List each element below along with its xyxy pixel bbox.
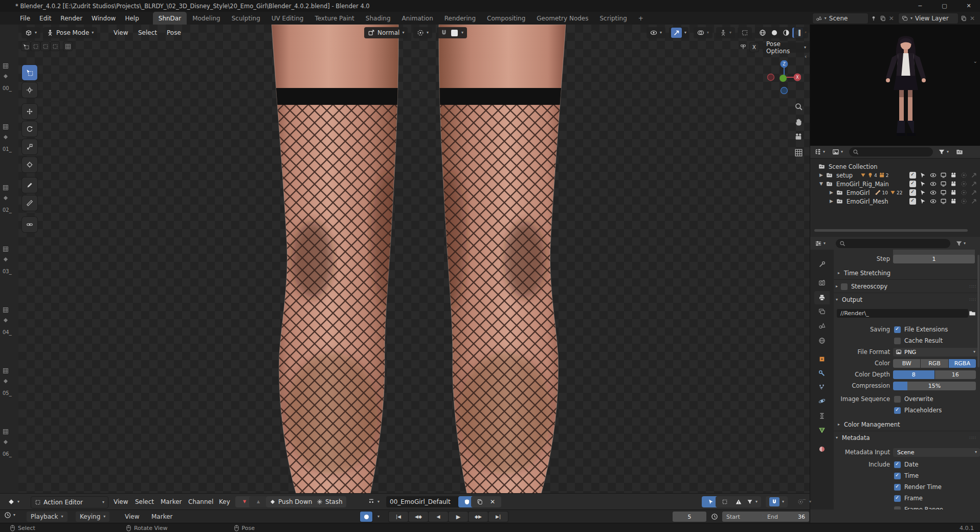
- viewport-disable-icon[interactable]: [940, 189, 947, 196]
- scene-selector[interactable]: ▾ Scene: [812, 13, 868, 24]
- view-layer-selector[interactable]: ▾ View Layer: [898, 13, 959, 24]
- indirect-only-icon[interactable]: [971, 172, 977, 179]
- outliner-row-emogirl[interactable]: ▶ EmoGirl 10 22: [810, 188, 980, 197]
- tab-particles[interactable]: [814, 381, 830, 394]
- render-disable-icon[interactable]: [950, 181, 957, 187]
- stereoscopy-panel-header[interactable]: ▸ Stereoscopy ∷∷: [834, 281, 980, 292]
- transform-orientation-selector[interactable]: Normal ▾: [364, 27, 408, 38]
- tool-measure[interactable]: [22, 195, 37, 211]
- editor-type-icon[interactable]: [3, 73, 9, 79]
- jump-to-end-button[interactable]: ▶|: [488, 512, 508, 522]
- close-button[interactable]: ✕: [957, 0, 980, 12]
- editor-type-icon[interactable]: [3, 124, 9, 130]
- xray-toggle-group[interactable]: ▾: [716, 27, 735, 38]
- current-frame-field[interactable]: 5: [673, 512, 706, 522]
- filter-dropdown[interactable]: ▾: [743, 496, 761, 507]
- mode-selector[interactable]: Pose Mode ▾: [43, 27, 97, 38]
- select-extend-icon[interactable]: [33, 43, 39, 50]
- indirect-only-icon[interactable]: [971, 189, 977, 196]
- tab-physics[interactable]: [814, 394, 830, 408]
- render-disable-icon[interactable]: [950, 189, 957, 196]
- outliner-row-emogirl-rig-main[interactable]: ▼ EmoGirl_Rig_Main: [810, 180, 980, 188]
- prev-keyframe-button[interactable]: ◀◆: [409, 512, 428, 522]
- new-scene-icon[interactable]: [880, 15, 886, 21]
- workspace-tab-shndar[interactable]: ShnDar: [153, 12, 187, 25]
- drag-dots-icon[interactable]: ∷∷: [970, 297, 976, 302]
- depth-8-button[interactable]: 8: [893, 370, 934, 379]
- collection-label[interactable]: EmoGirl_Mesh: [847, 198, 888, 205]
- workspace-tab-texture-paint[interactable]: Texture Paint: [309, 12, 360, 25]
- titlebar[interactable]: * Blender_4.0.2 [E:\Zudrit Studios\Proje…: [0, 0, 980, 12]
- gizmos-icon[interactable]: [673, 29, 680, 36]
- tool-transform[interactable]: [22, 157, 37, 172]
- sidebar-collapse-arrow-icon[interactable]: ‹: [805, 53, 807, 60]
- selectable-cursor-icon[interactable]: [920, 198, 926, 205]
- display-mode-icon[interactable]: [832, 148, 839, 156]
- editor-type-icon[interactable]: [3, 256, 9, 262]
- outliner-editor-icon[interactable]: [814, 148, 821, 156]
- grid-ortho-icon[interactable]: [794, 148, 804, 158]
- time-stretching-panel-header[interactable]: ▸ Time Stretching: [834, 268, 980, 278]
- menu-file[interactable]: File: [15, 12, 35, 25]
- hide-eye-icon[interactable]: [930, 172, 937, 179]
- render-time-checkbox[interactable]: [894, 484, 901, 491]
- jump-to-start-button[interactable]: |◀: [389, 512, 408, 522]
- expand-icon[interactable]: ▶: [819, 173, 823, 178]
- metadata-panel-header[interactable]: ▾ Metadata ∷∷: [834, 433, 980, 443]
- push-down-button[interactable]: Push Down: [266, 496, 316, 507]
- viewport-menu-view[interactable]: View: [109, 27, 132, 38]
- app-menu-icon[interactable]: [5, 15, 12, 22]
- color-rgb-button[interactable]: RGB: [921, 359, 948, 368]
- camera-view-icon[interactable]: [794, 132, 804, 142]
- camera-preview-viewport[interactable]: ⌄: [810, 25, 980, 146]
- drag-dots-icon[interactable]: ∷∷: [970, 284, 976, 289]
- select-subtract-icon[interactable]: [42, 43, 49, 50]
- editor-type-icon[interactable]: [3, 195, 9, 201]
- navigation-gizmo[interactable]: Z X: [767, 60, 801, 94]
- select-invert-icon[interactable]: [52, 43, 58, 50]
- viewport-menu-select[interactable]: Select: [134, 27, 161, 38]
- outliner-row-scene-collection[interactable]: Scene Collection: [810, 162, 980, 171]
- tab-render[interactable]: [814, 276, 830, 290]
- remove-view-layer-icon[interactable]: ✕: [970, 15, 975, 22]
- auto-keyframe-button[interactable]: [360, 512, 372, 522]
- tab-object-data[interactable]: [814, 424, 830, 437]
- collection-label[interactable]: EmoGirl: [847, 189, 870, 196]
- selectability-visibility-selector[interactable]: ▾: [647, 27, 665, 38]
- hide-eye-icon[interactable]: [930, 198, 937, 205]
- menu-help[interactable]: Help: [120, 12, 143, 25]
- gizmo-toggle-group[interactable]: ▾: [669, 27, 688, 38]
- mirror-x-toggle[interactable]: X: [750, 43, 759, 52]
- tab-world[interactable]: [814, 334, 830, 347]
- workspace-tab-animation[interactable]: Animation: [396, 12, 439, 25]
- snap-magnet-icon[interactable]: [440, 29, 448, 36]
- file-extensions-checkbox[interactable]: [894, 326, 901, 333]
- editor-type-icon[interactable]: [3, 429, 9, 435]
- editor-type-icon[interactable]: [3, 134, 9, 140]
- workspace-tab-compositing[interactable]: Compositing: [481, 12, 531, 25]
- collection-checkbox[interactable]: [909, 189, 916, 196]
- editor-type-icon[interactable]: [3, 368, 9, 374]
- tab-output[interactable]: [814, 291, 830, 304]
- tab-tool[interactable]: [814, 258, 830, 271]
- tool-cursor[interactable]: [22, 82, 37, 98]
- properties-search-input[interactable]: [836, 239, 950, 248]
- expand-icon[interactable]: ▶: [830, 199, 833, 204]
- viewport-menu-pose[interactable]: Pose: [163, 27, 185, 38]
- new-collection-icon[interactable]: [956, 148, 963, 156]
- snapping-group[interactable]: ▾: [437, 27, 467, 38]
- dopesheet-mode-dropdown[interactable]: Action Editor ▾: [31, 496, 108, 508]
- step-field[interactable]: 1: [893, 255, 975, 263]
- menu-window[interactable]: Window: [87, 12, 120, 25]
- tab-constraints[interactable]: [814, 409, 830, 423]
- left-editor-strip[interactable]: 00_ 01_ 02_ 03_ 04_ 05_ 06_: [0, 25, 19, 493]
- zoom-icon[interactable]: [794, 102, 804, 112]
- workspace-tab-uv-editing[interactable]: UV Editing: [266, 12, 309, 25]
- dopesheet-menu-key[interactable]: Key: [216, 496, 233, 507]
- date-checkbox[interactable]: [894, 461, 901, 468]
- collection-checkbox[interactable]: [909, 198, 916, 205]
- color-rgba-button[interactable]: RGBA: [949, 359, 976, 368]
- indirect-only-icon[interactable]: [971, 181, 977, 187]
- hide-eye-icon[interactable]: [930, 181, 937, 187]
- holdout-icon[interactable]: [961, 172, 967, 179]
